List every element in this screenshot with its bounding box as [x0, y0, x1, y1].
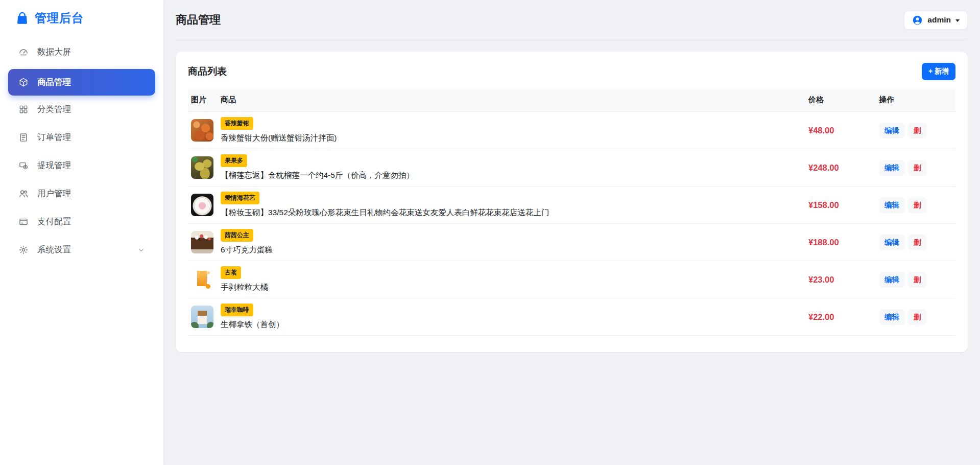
sidebar-item-users[interactable]: 用户管理	[8, 182, 155, 205]
receipt-icon	[18, 132, 29, 143]
sidebar-item-label: 订单管理	[37, 132, 71, 143]
table-row: 爱情海花艺【粉妆玉砌】33/52朵粉玫瑰心形花束生日礼物约会花束送女友爱人表白鲜…	[188, 187, 955, 224]
edit-button[interactable]: 编辑	[879, 197, 905, 213]
edit-button[interactable]: 编辑	[879, 309, 905, 325]
product-image	[191, 119, 213, 142]
user-name: admin	[927, 15, 951, 25]
product-price: ¥22.00	[808, 312, 834, 321]
product-name: 【榴莲忘返】金枕榴莲一个约4-5斤（价高，介意勿拍）	[221, 170, 801, 181]
page-header: 商品管理 admin	[176, 0, 968, 40]
product-price: ¥158.00	[808, 200, 839, 210]
sidebar-item-settings[interactable]: 系统设置	[8, 239, 155, 261]
product-name: 【粉妆玉砌】33/52朵粉玫瑰心形花束生日礼物约会花束送女友爱人表白鲜花花束花店…	[221, 207, 801, 218]
grid-icon	[18, 104, 29, 114]
brand-badge: 古茗	[221, 266, 241, 279]
sidebar: 管理后台 数据大屏商品管理分类管理订单管理提现管理用户管理支付配置系统设置	[0, 0, 163, 465]
chevron-down-icon	[137, 246, 145, 254]
product-name: 6寸巧克力蛋糕	[221, 245, 801, 255]
delete-button[interactable]: 删	[908, 235, 927, 250]
column-header-actions: 操作	[879, 88, 955, 112]
product-name: 香辣蟹钳大份(赠送蟹钳汤汁拌面)	[221, 133, 801, 144]
product-image	[191, 306, 213, 328]
sidebar-item-products[interactable]: 商品管理	[8, 69, 155, 96]
sidebar-nav: 数据大屏商品管理分类管理订单管理提现管理用户管理支付配置系统设置	[0, 33, 163, 261]
withdraw-icon	[18, 160, 29, 171]
product-price: ¥48.00	[808, 126, 834, 135]
gear-icon	[18, 245, 29, 255]
product-image	[191, 194, 213, 216]
sidebar-item-categories[interactable]: 分类管理	[8, 98, 155, 121]
main-content: 商品管理 admin 商品列表 + 新增 图片 商品	[163, 0, 980, 465]
brand-badge: 果果多	[221, 154, 247, 167]
table-row: 瑞幸咖啡生椰拿铁（首创）¥22.00编辑删	[188, 298, 955, 336]
product-image	[191, 231, 213, 253]
product-image	[191, 268, 213, 291]
delete-button[interactable]: 删	[908, 160, 927, 176]
delete-button[interactable]: 删	[908, 123, 927, 138]
user-menu-button[interactable]: admin	[904, 11, 968, 30]
product-price: ¥188.00	[808, 238, 839, 247]
product-name: 手剥粒粒大橘	[221, 282, 801, 293]
table-row: 果果多【榴莲忘返】金枕榴莲一个约4-5斤（价高，介意勿拍）¥248.00编辑删	[188, 149, 955, 187]
sidebar-item-label: 支付配置	[37, 216, 71, 227]
app-logo: 管理后台	[0, 0, 163, 33]
sidebar-item-dashboard[interactable]: 数据大屏	[8, 41, 155, 63]
caret-down-icon	[955, 19, 960, 22]
table-header-row: 图片 商品 价格 操作	[188, 88, 955, 112]
sidebar-item-payment[interactable]: 支付配置	[8, 211, 155, 233]
sidebar-item-label: 分类管理	[37, 104, 71, 115]
credit-card-icon	[18, 217, 29, 227]
edit-button[interactable]: 编辑	[879, 160, 905, 176]
edit-button[interactable]: 编辑	[879, 123, 905, 138]
card-header: 商品列表 + 新增	[188, 63, 955, 80]
product-image	[191, 156, 213, 179]
product-table: 图片 商品 价格 操作 香辣蟹钳香辣蟹钳大份(赠送蟹钳汤汁拌面)¥48.00编辑…	[188, 88, 955, 336]
users-icon	[18, 189, 29, 199]
page-title: 商品管理	[176, 12, 221, 28]
table-row: 古茗手剥粒粒大橘¥23.00编辑删	[188, 261, 955, 298]
card-title: 商品列表	[188, 65, 227, 78]
product-name: 生椰拿铁（首创）	[221, 319, 801, 330]
shopping-bag-icon	[15, 11, 29, 25]
avatar-icon	[912, 15, 923, 26]
package-icon	[18, 77, 29, 87]
brand-badge: 茜茜公主	[221, 229, 253, 242]
brand-badge: 香辣蟹钳	[221, 117, 253, 130]
sidebar-item-withdrawals[interactable]: 提现管理	[8, 154, 155, 177]
gauge-icon	[18, 47, 29, 57]
column-header-product: 商品	[221, 88, 808, 112]
delete-button[interactable]: 删	[908, 197, 927, 213]
edit-button[interactable]: 编辑	[879, 235, 905, 250]
app-title: 管理后台	[35, 10, 84, 26]
sidebar-item-label: 用户管理	[37, 188, 71, 199]
brand-badge: 爱情海花艺	[221, 192, 259, 204]
product-price: ¥23.00	[808, 275, 834, 284]
sidebar-item-orders[interactable]: 订单管理	[8, 126, 155, 149]
add-product-button[interactable]: + 新增	[922, 63, 955, 80]
sidebar-item-label: 系统设置	[37, 244, 71, 255]
delete-button[interactable]: 删	[908, 309, 927, 325]
column-header-price: 价格	[808, 88, 879, 112]
product-list-card: 商品列表 + 新增 图片 商品 价格 操作 香辣蟹钳香辣蟹钳大份(赠送蟹钳汤汁拌…	[176, 52, 968, 352]
sidebar-item-label: 数据大屏	[37, 46, 71, 58]
product-price: ¥248.00	[808, 163, 839, 172]
column-header-image: 图片	[188, 88, 221, 112]
brand-badge: 瑞幸咖啡	[221, 304, 253, 316]
table-row: 茜茜公主6寸巧克力蛋糕¥188.00编辑删	[188, 224, 955, 261]
sidebar-item-label: 商品管理	[37, 77, 71, 88]
sidebar-item-label: 提现管理	[37, 160, 71, 171]
table-row: 香辣蟹钳香辣蟹钳大份(赠送蟹钳汤汁拌面)¥48.00编辑删	[188, 112, 955, 149]
delete-button[interactable]: 删	[908, 272, 927, 288]
edit-button[interactable]: 编辑	[879, 272, 905, 288]
